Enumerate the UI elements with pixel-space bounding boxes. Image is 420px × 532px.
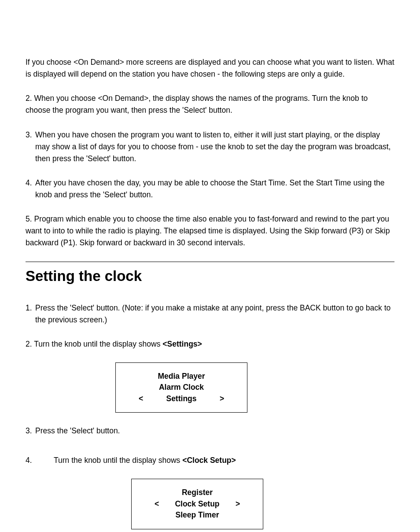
right-arrow-icon: >	[228, 499, 247, 510]
left-arrow-icon: <	[147, 499, 166, 510]
intro-step-2: 2. When you choose <On Demand>, the disp…	[26, 92, 394, 116]
section-divider	[26, 262, 394, 262]
step-text: 2. Turn the knob until the display shows	[26, 340, 162, 348]
lcd-display-clock-setup: Register < Clock Setup > Sleep Timer	[131, 479, 263, 529]
step-text: Turn the knob until the display shows <C…	[54, 454, 236, 466]
step-text: Press the 'Select' button. (Note: if you…	[35, 302, 394, 326]
display-line-3: Sleep Timer	[166, 510, 228, 521]
intro-step-4: 4. After you have chosen the day, you ma…	[26, 177, 394, 201]
right-arrow-icon: >	[212, 393, 232, 404]
step-number: 4.	[26, 177, 35, 201]
step-text: When you have chosen the program you wan…	[35, 129, 394, 165]
intro-paragraph-1: If you choose <On Demand> more screens a…	[26, 56, 394, 80]
inline-bold-clock-setup: <Clock Setup>	[182, 456, 236, 465]
lcd-display-settings: Media Player Alarm Clock < Settings >	[115, 362, 247, 413]
step-text: Press the 'Select' button.	[35, 425, 120, 437]
intro-step-3: 3. When you have chosen the program you …	[26, 129, 394, 165]
left-arrow-icon: <	[131, 393, 151, 404]
step-text: After you have chosen the day, you may b…	[35, 177, 394, 201]
step-number: 3.	[26, 425, 35, 437]
display-line-2-selected: Clock Setup	[166, 499, 228, 510]
clock-step-2: 2. Turn the knob until the display shows…	[26, 338, 394, 350]
section-heading-setting-clock: Setting the clock	[26, 265, 394, 287]
step-number: 3.	[26, 129, 35, 165]
intro-step-5: 5. Program which enable you to choose th…	[26, 213, 394, 249]
display-line-1: Register	[166, 487, 228, 498]
display-line-1: Media Player	[151, 371, 212, 382]
inline-bold-settings: <Settings>	[162, 340, 202, 348]
display-line-2: Alarm Clock	[151, 382, 212, 393]
clock-step-3: 3. Press the 'Select' button.	[26, 425, 394, 437]
clock-step-4: 4. Turn the knob until the display shows…	[26, 454, 394, 466]
step-number: 1.	[26, 302, 35, 326]
clock-step-1: 1. Press the 'Select' button. (Note: if …	[26, 302, 394, 326]
display-line-3-selected: Settings	[151, 393, 212, 404]
step-number: 4.	[26, 454, 54, 466]
